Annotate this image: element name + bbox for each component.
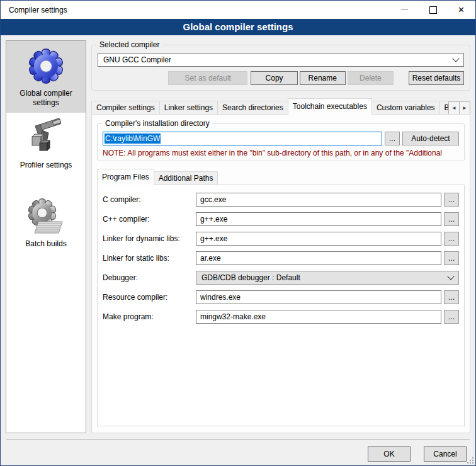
field-label: Linker for dynamic libs: (103, 234, 196, 243)
minimize-icon (401, 9, 408, 10)
compiler-buttons-row: Set as default Copy Rename Delete Reset … (98, 71, 464, 85)
minimize-button[interactable] (390, 1, 419, 19)
gear-stack-icon (26, 196, 66, 237)
tab-strip: Compiler settings Linker settings Search… (91, 98, 448, 115)
reset-defaults-button[interactable]: Reset defaults (409, 71, 464, 85)
dialog-footer: OK Cancel (1, 440, 475, 465)
field-row-cpp-compiler: C++ compiler: ... (103, 212, 459, 226)
maximize-button[interactable] (419, 1, 447, 19)
footer-buttons: OK Cancel (6, 440, 470, 462)
field-label: C++ compiler: (103, 215, 196, 224)
make-program-input[interactable] (196, 310, 441, 324)
sidebar-item-batch-builds[interactable]: Batch builds (6, 191, 86, 254)
c-compiler-input[interactable] (196, 193, 441, 207)
delete-button[interactable]: Delete (348, 71, 394, 85)
program-files-tab-control: Program Files Additional Paths C compile… (97, 169, 465, 426)
installation-directory-input[interactable]: C:\raylib\MinGW (103, 132, 382, 145)
tab-program-files[interactable]: Program Files (97, 169, 154, 185)
sidebar-item-label: Global compiler settings (8, 89, 84, 108)
tab-toolchain-executables[interactable]: Toolchain executables (288, 98, 372, 115)
field-row-make-program: Make program: ... (103, 310, 459, 324)
resource-compiler-input[interactable] (196, 290, 441, 304)
close-button[interactable]: ✕ (447, 1, 475, 19)
browse-linker-static-button[interactable]: ... (444, 251, 459, 265)
tab-linker-settings[interactable]: Linker settings (159, 101, 218, 115)
page-title: Global compiler settings (183, 21, 293, 32)
linker-dynamic-input[interactable] (196, 232, 441, 246)
tab-build-options[interactable]: Build options (439, 101, 448, 115)
cancel-button[interactable]: Cancel (424, 446, 467, 462)
installation-directory-row: C:\raylib\MinGW ... Auto-detect (103, 132, 459, 145)
sidebar-item-global-compiler-settings[interactable]: Global compiler settings (6, 41, 86, 113)
gear-blue-icon (26, 46, 66, 86)
cpp-compiler-input[interactable] (196, 212, 441, 226)
window-title: Compiler settings (1, 6, 67, 14)
tab-search-directories[interactable]: Search directories (217, 101, 288, 115)
copy-button[interactable]: Copy (251, 71, 297, 85)
compiler-tab-control: Compiler settings Linker settings Search… (91, 98, 470, 433)
browse-cpp-compiler-button[interactable]: ... (444, 212, 459, 226)
group-legend: Compiler's installation directory (103, 119, 212, 128)
main-panel: Selected compiler GNU GCC Compiler Set a… (91, 40, 470, 433)
auto-detect-button[interactable]: Auto-detect (402, 132, 459, 145)
compiler-select[interactable]: GNU GCC Compiler (98, 53, 464, 67)
program-files-page: C compiler: ... C++ compiler: ... Linker (97, 185, 465, 426)
settings-category-sidebar: Global compiler settings (6, 40, 86, 433)
close-icon: ✕ (458, 6, 465, 14)
dialog-header-banner: Global compiler settings (1, 19, 475, 35)
field-label: Make program: (103, 312, 196, 321)
sidebar-item-label: Batch builds (8, 239, 84, 249)
linker-static-input[interactable] (196, 251, 441, 265)
tab-scroll-buttons: ◄ ► (449, 101, 470, 115)
tab-compiler-settings[interactable]: Compiler settings (91, 101, 160, 115)
field-row-resource-compiler: Resource compiler: ... (103, 290, 459, 304)
ok-button[interactable]: OK (368, 446, 411, 462)
caliper-icon (26, 118, 66, 158)
browse-resource-compiler-button[interactable]: ... (444, 290, 459, 304)
field-label: C compiler: (103, 195, 196, 204)
rename-button[interactable]: Rename (300, 71, 346, 85)
field-row-linker-static: Linker for static libs: ... (103, 251, 459, 265)
selected-path-text: C:\raylib\MinGW (105, 134, 161, 144)
title-bar[interactable]: Compiler settings ✕ (1, 1, 475, 19)
inner-tab-strip: Program Files Additional Paths (97, 169, 465, 185)
browse-linker-dynamic-button[interactable]: ... (444, 232, 459, 246)
tab-bar: Compiler settings Linker settings Search… (91, 98, 470, 115)
resize-grip[interactable] (467, 457, 474, 464)
field-row-linker-dynamic: Linker for dynamic libs: ... (103, 232, 459, 246)
browse-make-program-button[interactable]: ... (444, 310, 459, 324)
tab-scroll-right-icon[interactable]: ► (459, 101, 470, 115)
browse-directory-button[interactable]: ... (385, 132, 400, 145)
debugger-select-value: GDB/CDB debugger : Default (201, 273, 448, 282)
sidebar-item-profiler-settings[interactable]: Profiler settings (6, 113, 86, 175)
tab-additional-paths[interactable]: Additional Paths (154, 171, 218, 185)
maximize-icon (429, 6, 437, 14)
selected-compiler-group: Selected compiler GNU GCC Compiler Set a… (91, 45, 470, 91)
chevron-down-icon (447, 273, 454, 280)
dialog-body: Global compiler settings (1, 35, 475, 440)
field-label: Linker for static libs: (103, 254, 196, 263)
bin-subdirectory-note: NOTE: All programs must exist either in … (103, 148, 459, 158)
toolchain-executables-page: Compiler's installation directory C:\ray… (91, 114, 470, 433)
sidebar-item-label: Profiler settings (8, 161, 84, 170)
field-row-c-compiler: C compiler: ... (103, 193, 459, 207)
tab-scroll-left-icon[interactable]: ◄ (448, 101, 460, 115)
field-label: Debugger: (103, 273, 196, 282)
compiler-select-value: GNU GCC Compiler (103, 55, 453, 64)
compiler-settings-dialog: Compiler settings ✕ Global compiler sett… (0, 0, 476, 466)
field-row-debugger: Debugger: GDB/CDB debugger : Default (103, 271, 459, 285)
inner-tab-bar: Program Files Additional Paths (97, 169, 465, 185)
installation-directory-group: Compiler's installation directory C:\ray… (97, 123, 465, 161)
group-legend: Selected compiler (97, 40, 162, 49)
tab-custom-variables[interactable]: Custom variables (371, 101, 440, 115)
field-label: Resource compiler: (103, 293, 196, 302)
set-as-default-button[interactable]: Set as default (168, 71, 247, 85)
browse-c-compiler-button[interactable]: ... (444, 193, 459, 207)
window-controls: ✕ (390, 1, 475, 19)
debugger-select[interactable]: GDB/CDB debugger : Default (196, 271, 459, 285)
chevron-down-icon (452, 55, 459, 62)
